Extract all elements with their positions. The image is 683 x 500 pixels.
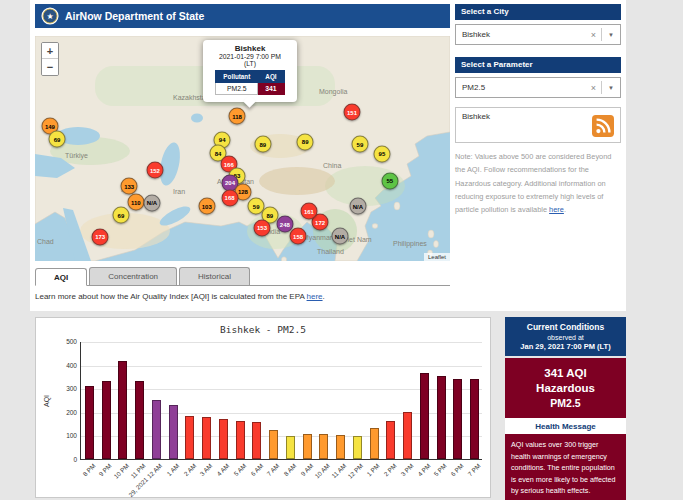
chart-bar[interactable] — [169, 405, 178, 459]
map-aqi-marker[interactable]: 161 — [300, 203, 317, 220]
chart-bar[interactable] — [152, 400, 161, 459]
parameter-clear-icon[interactable]: × — [586, 83, 601, 93]
map-aqi-marker[interactable]: 89 — [254, 136, 271, 153]
page-title: AirNow Department of State — [65, 10, 204, 22]
chart-bar[interactable] — [370, 428, 379, 459]
zoom-out-button[interactable]: − — [42, 59, 58, 75]
rss-city-label: Bishkek — [462, 112, 490, 121]
chart-bar[interactable] — [202, 417, 211, 459]
map-aqi-marker[interactable]: 110 — [127, 194, 144, 211]
x-axis-tick-label: 2 PM — [382, 462, 397, 477]
map-aqi-marker[interactable]: 153 — [254, 219, 271, 236]
chart-bar[interactable] — [85, 386, 94, 459]
map-aqi-marker[interactable]: N/A — [332, 228, 349, 245]
map-popup: Bishkek 2021-01-29 7:00 PM (LT) Pollutan… — [203, 40, 297, 102]
tab-bar: AQI Concentration Historical — [35, 267, 450, 286]
chart-bar[interactable] — [286, 436, 295, 459]
chart-bar[interactable] — [252, 422, 261, 459]
map-aqi-marker[interactable]: 103 — [198, 198, 215, 215]
chart-bar[interactable] — [269, 430, 278, 459]
city-select[interactable]: Bishkek × ▼ — [455, 24, 621, 45]
current-aqi-block: 341 AQI Hazardous PM2.5 — [505, 358, 626, 418]
chart-bar[interactable] — [319, 434, 328, 459]
map-aqi-marker[interactable]: N/A — [144, 194, 161, 211]
map-aqi-marker[interactable]: 59 — [351, 136, 368, 153]
map-aqi-marker[interactable]: 89 — [297, 133, 314, 150]
popup-aqi-value: 341 — [258, 83, 284, 95]
current-conditions-panel: Current Conditions observed at Jan 29, 2… — [505, 317, 626, 500]
chart-bar[interactable] — [437, 376, 446, 459]
popup-table: Pollutant AQI PM2.5 341 — [215, 70, 284, 95]
map-canvas[interactable]: TürkiyeIraqIranAfghanistanIndiaChinaMyan… — [35, 36, 450, 261]
popup-pollutant-value: PM2.5 — [216, 83, 258, 95]
map-aqi-marker[interactable]: 173 — [92, 228, 109, 245]
rss-icon[interactable] — [592, 115, 614, 137]
map-aqi-marker[interactable]: 133 — [121, 178, 138, 195]
x-axis-tick-label: 1 AM — [165, 462, 180, 477]
zoom-in-button[interactable]: + — [42, 43, 58, 59]
y-axis-tick-label: 0 — [49, 456, 77, 463]
x-axis-tick-label: 6 PM — [449, 462, 464, 477]
chart-title: Bishkek - PM2.5 — [36, 324, 490, 335]
y-axis-tick-label: 100 — [49, 432, 77, 439]
app-header: ★ AirNow Department of State — [35, 4, 450, 28]
x-axis-tick-label: 2 AM — [182, 462, 197, 477]
aqi-note: Note: Values above 500 are considered Be… — [455, 150, 618, 217]
chart-bar[interactable] — [102, 381, 111, 459]
note-here-link[interactable]: here — [549, 205, 564, 214]
map-aqi-marker[interactable]: N/A — [349, 198, 366, 215]
chart-bar[interactable] — [135, 381, 144, 459]
map-aqi-marker[interactable]: 151 — [344, 104, 361, 121]
city-caret-down-icon[interactable]: ▼ — [602, 32, 620, 38]
x-axis-tick-label: 3 AM — [198, 462, 213, 477]
map-aqi-marker[interactable]: 69 — [112, 207, 129, 224]
chart-bar[interactable] — [185, 416, 194, 459]
map-aqi-marker[interactable]: 55 — [381, 172, 398, 189]
map-aqi-marker[interactable]: 248 — [276, 216, 293, 233]
map-attribution-link[interactable]: Leaflet — [424, 253, 450, 261]
x-axis-tick-label: 11 AM — [330, 462, 347, 479]
chart-bar[interactable] — [236, 421, 245, 459]
tab-historical[interactable]: Historical — [179, 267, 250, 285]
map-aqi-marker[interactable]: 168 — [221, 189, 238, 206]
health-message-label: Health Message — [505, 418, 626, 434]
chart-bar[interactable] — [336, 435, 345, 459]
epa-info-line: Learn more about how the Air Quality Ind… — [35, 292, 325, 301]
current-aqi-parameter: PM2.5 — [507, 397, 624, 409]
chart-bar[interactable] — [219, 419, 228, 459]
map-aqi-marker[interactable]: 118 — [229, 108, 246, 125]
map-aqi-marker[interactable]: 158 — [290, 228, 307, 245]
map-aqi-marker[interactable]: 95 — [373, 145, 390, 162]
chart-bar[interactable] — [118, 361, 127, 459]
chart-bar[interactable] — [303, 434, 312, 459]
epa-here-link[interactable]: here — [307, 292, 323, 301]
x-axis-tick-label: 7 PM — [466, 462, 481, 477]
tab-concentration[interactable]: Concentration — [89, 267, 177, 285]
chart-bar[interactable] — [453, 379, 462, 459]
y-axis-tick-label: 400 — [49, 362, 77, 369]
x-axis-tick-label: 7 AM — [265, 462, 280, 477]
epa-info-text: Learn more about how the Air Quality Ind… — [35, 292, 307, 301]
map-zoom-control: + − — [41, 42, 59, 76]
chart-bar[interactable] — [403, 412, 412, 459]
parameter-select[interactable]: PM2.5 × ▼ — [455, 77, 621, 98]
map-aqi-marker[interactable]: 69 — [48, 131, 65, 148]
city-clear-icon[interactable]: × — [586, 30, 601, 40]
map-aqi-marker[interactable]: 152 — [146, 162, 163, 179]
tab-aqi[interactable]: AQI — [35, 268, 87, 286]
chart-bar[interactable] — [470, 379, 479, 459]
parameter-caret-down-icon[interactable]: ▼ — [602, 85, 620, 91]
x-axis-tick-label: 8 AM — [282, 462, 297, 477]
chart-plot: AQI 01002003004005008 PM9 PM10 PM11 PM29… — [80, 342, 482, 460]
svg-text:★: ★ — [46, 12, 53, 21]
chart-bar[interactable] — [353, 436, 362, 459]
chart-bar[interactable] — [386, 421, 395, 459]
popup-col-aqi: AQI — [258, 71, 284, 83]
x-axis-tick-label: 10 AM — [313, 462, 331, 480]
x-axis-tick-label: 4 AM — [215, 462, 230, 477]
popup-datetime: 2021-01-29 7:00 PM — [207, 53, 293, 60]
chart-bar[interactable] — [420, 373, 429, 459]
chart-gridline — [81, 342, 482, 343]
x-axis-tick-label: 4 PM — [416, 462, 431, 477]
x-axis-tick-label: 10 PM — [112, 462, 130, 480]
